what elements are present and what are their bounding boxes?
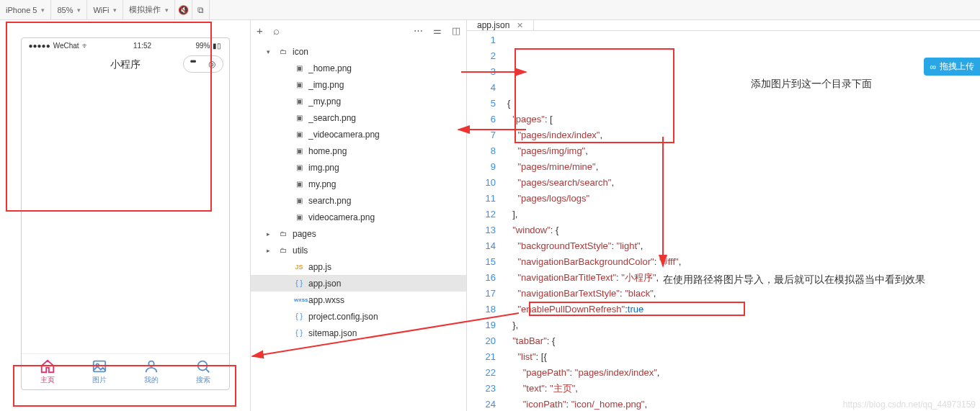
file-tree-pane: + ⌕ ⋯ ⚌ ◫ ▾🗀icon▣_home.png▣_img.png▣_my.… bbox=[251, 20, 467, 411]
tree-item-videocamera.png[interactable]: ▣videocamera.png bbox=[251, 209, 466, 225]
line-number: 1 bbox=[467, 32, 496, 48]
tree-item-_home.png[interactable]: ▣_home.png bbox=[251, 60, 466, 76]
cloud-icon: ∞ bbox=[930, 62, 936, 72]
tree-item-home.png[interactable]: ▣home.png bbox=[251, 143, 466, 159]
code-editor[interactable]: 1234567891011121314151617181920212223242… bbox=[467, 31, 980, 411]
tree-item-_search.png[interactable]: ▣_search.png bbox=[251, 109, 466, 126]
tree-item-_videocamera.png[interactable]: ▣_videocamera.png bbox=[251, 126, 466, 143]
tab-0[interactable]: 主页 bbox=[22, 354, 74, 389]
mute-icon[interactable]: 🔇 bbox=[175, 0, 192, 19]
tree-label: _home.png bbox=[308, 63, 352, 73]
tree-label: project.config.json bbox=[308, 312, 378, 322]
code-line[interactable]: "pages/mine/mine", bbox=[507, 159, 980, 175]
capsule-button[interactable]: •••◎ bbox=[183, 55, 223, 73]
wxss-file-icon: wxss bbox=[294, 297, 304, 303]
tab-2[interactable]: 我的 bbox=[125, 354, 177, 389]
code-line[interactable]: "backgroundTextStyle": "light", bbox=[507, 238, 980, 254]
tree-label: search.png bbox=[308, 196, 351, 206]
tree-item-app.js[interactable]: JSapp.js bbox=[251, 258, 466, 275]
tab-label: 搜索 bbox=[196, 375, 210, 385]
tree-item-search.png[interactable]: ▣search.png bbox=[251, 192, 466, 209]
code-line[interactable]: ], bbox=[507, 207, 980, 222]
tab-label: 图片 bbox=[92, 375, 107, 385]
tab-label: 我的 bbox=[144, 375, 159, 385]
line-number: 18 bbox=[467, 302, 496, 317]
tree-item-pages[interactable]: ▸🗀pages bbox=[251, 225, 466, 242]
rotate-icon[interactable]: ⧉ bbox=[192, 0, 210, 19]
tree-label: sitemap.json bbox=[308, 328, 357, 338]
annotation-text-1: 添加图片到这一个目录下面 bbox=[751, 78, 872, 91]
image-file-icon: ▣ bbox=[294, 197, 304, 204]
code-line[interactable]: "pagePath": "pages/index/index", bbox=[507, 365, 980, 381]
tree-label: img.png bbox=[308, 163, 339, 173]
upload-badge[interactable]: ∞ 拖拽上传 bbox=[924, 58, 980, 76]
close-tab-icon[interactable]: ✕ bbox=[517, 21, 523, 30]
phone-status-bar: ●●●●●WeChatᯤ 11:52 99%▮▯ bbox=[22, 38, 229, 53]
code-line[interactable]: "list": [{ bbox=[507, 349, 980, 365]
tree-item-icon[interactable]: ▾🗀icon bbox=[251, 43, 466, 60]
image-file-icon: ▣ bbox=[294, 114, 304, 122]
line-number: 19 bbox=[467, 317, 496, 333]
code-line[interactable]: "navigationBarBackgroundColor": "#fff", bbox=[507, 254, 980, 270]
image-file-icon: ▣ bbox=[294, 81, 304, 89]
folder-icon: 🗀 bbox=[278, 48, 288, 55]
tree-label: _videocamera.png bbox=[308, 130, 380, 140]
tab-icon bbox=[195, 358, 211, 374]
split-icon[interactable]: ◫ bbox=[452, 25, 460, 36]
tree-item-_my.png[interactable]: ▣_my.png bbox=[251, 93, 466, 109]
phone-body bbox=[22, 77, 229, 353]
folder-icon: 🗀 bbox=[278, 230, 288, 238]
code-line[interactable]: "navigationBarTextStyle": "black", bbox=[507, 286, 980, 302]
tree-item-project.config.json[interactable]: { }project.config.json bbox=[251, 308, 466, 325]
json-file-icon: { } bbox=[294, 279, 304, 287]
settings-icon[interactable]: ⚌ bbox=[433, 25, 442, 36]
line-number: 4 bbox=[467, 80, 496, 96]
code-line[interactable]: "pages": [ bbox=[507, 112, 980, 127]
tree-item-app.json[interactable]: { }app.json bbox=[251, 275, 466, 292]
tree-item-sitemap.json[interactable]: { }sitemap.json bbox=[251, 325, 466, 341]
line-number: 2 bbox=[467, 48, 496, 64]
line-number: 10 bbox=[467, 175, 496, 191]
tree-label: _img.png bbox=[308, 80, 344, 90]
tab-icon bbox=[143, 358, 159, 374]
tab-3[interactable]: 搜索 bbox=[177, 354, 229, 389]
line-number: 6 bbox=[467, 112, 496, 127]
code-line[interactable]: "pages/index/index", bbox=[507, 127, 980, 143]
line-number: 15 bbox=[467, 254, 496, 270]
tree-item-app.wxss[interactable]: wxssapp.wxss bbox=[251, 292, 466, 308]
tree-item-img.png[interactable]: ▣img.png bbox=[251, 159, 466, 176]
zoom-selector[interactable]: 85%▾ bbox=[51, 0, 87, 19]
tree-item-utils[interactable]: ▸🗀utils bbox=[251, 242, 466, 258]
device-selector[interactable]: iPhone 5▾ bbox=[0, 0, 51, 19]
file-tree[interactable]: ▾🗀icon▣_home.png▣_img.png▣_my.png▣_searc… bbox=[251, 40, 466, 411]
editor-tab-appjson[interactable]: app.json ✕ bbox=[467, 20, 534, 30]
tab-label: 主页 bbox=[40, 375, 55, 385]
code-line[interactable]: { bbox=[507, 96, 980, 112]
image-file-icon: ▣ bbox=[294, 163, 304, 171]
search-file-icon[interactable]: ⌕ bbox=[273, 24, 280, 37]
editor-tabs: app.json ✕ bbox=[467, 20, 980, 31]
code-area[interactable]: { "pages": [ "pages/index/index", "pages… bbox=[507, 31, 980, 411]
network-selector[interactable]: WiFi▾ bbox=[87, 0, 123, 19]
code-line[interactable]: }, bbox=[507, 317, 980, 333]
code-line[interactable]: "pages/search/search", bbox=[507, 175, 980, 191]
code-line[interactable]: "pages/logs/logs" bbox=[507, 191, 980, 207]
add-file-icon[interactable]: + bbox=[257, 24, 263, 37]
tree-label: _my.png bbox=[308, 96, 341, 107]
code-line[interactable]: "text": "主页", bbox=[507, 381, 980, 397]
code-line[interactable]: "tabBar": { bbox=[507, 333, 980, 349]
tree-label: _search.png bbox=[308, 113, 356, 123]
mock-selector[interactable]: 模拟操作▾ bbox=[123, 0, 175, 19]
js-file-icon: JS bbox=[294, 263, 304, 271]
code-line[interactable]: "window": { bbox=[507, 222, 980, 238]
more-icon[interactable]: ⋯ bbox=[414, 25, 423, 36]
annotation-text-2: 在使用路径将图片导入，最后就可以在模拟器当中看到效果 bbox=[663, 274, 973, 286]
tree-item-my.png[interactable]: ▣my.png bbox=[251, 176, 466, 192]
tab-1[interactable]: 图片 bbox=[74, 354, 125, 389]
code-line[interactable]: "enablePullDownRefresh":true bbox=[507, 302, 980, 317]
tree-label: pages bbox=[293, 229, 316, 239]
code-line[interactable]: "pages/img/img", bbox=[507, 143, 980, 159]
tree-label: home.png bbox=[308, 146, 347, 156]
svg-line-4 bbox=[205, 369, 209, 373]
tree-item-_img.png[interactable]: ▣_img.png bbox=[251, 76, 466, 93]
